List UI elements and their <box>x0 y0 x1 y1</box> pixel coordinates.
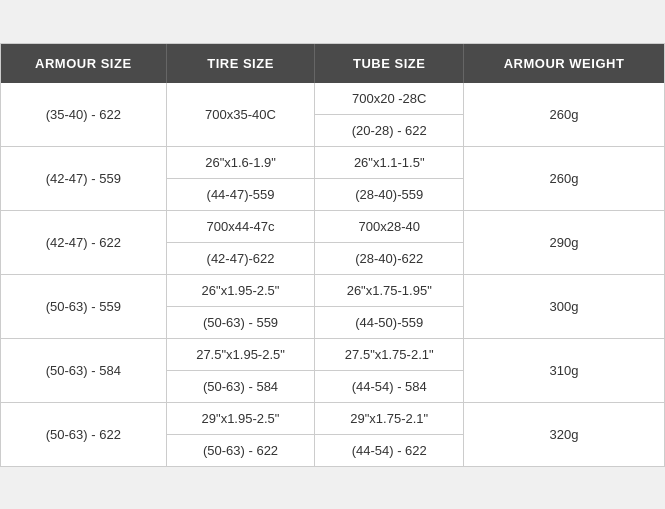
weight-cell: 320g <box>464 402 664 466</box>
tube-size-cell: 29"x1.75-2.1"(44-54) - 622 <box>315 402 464 466</box>
armour-size-cell: (50-63) - 559 <box>1 274 166 338</box>
table-row: (50-63) - 55926"x1.95-2.5"(50-63) - 5592… <box>1 274 664 338</box>
table-row: (42-47) - 55926"x1.6-1.9"(44-47)-55926"x… <box>1 146 664 210</box>
weight-cell: 260g <box>464 83 664 147</box>
header-armour-size: ARMOUR SIZE <box>1 44 166 83</box>
armour-size-cell: (35-40) - 622 <box>1 83 166 147</box>
table-row: (35-40) - 622700x35-40C700x20 -28C(20-28… <box>1 83 664 147</box>
armour-size-cell: (42-47) - 622 <box>1 210 166 274</box>
table-row: (42-47) - 622700x44-47c(42-47)-622700x28… <box>1 210 664 274</box>
tire-size-cell: 700x44-47c(42-47)-622 <box>166 210 315 274</box>
tube-size-cell: 700x20 -28C(20-28) - 622 <box>315 83 464 147</box>
tube-size-cell: 26"x1.1-1.5"(28-40)-559 <box>315 146 464 210</box>
armour-size-cell: (50-63) - 622 <box>1 402 166 466</box>
tire-size-cell: 26"x1.95-2.5"(50-63) - 559 <box>166 274 315 338</box>
tube-size-cell: 700x28-40(28-40)-622 <box>315 210 464 274</box>
weight-cell: 260g <box>464 146 664 210</box>
armour-size-table: ARMOUR SIZE TIRE SIZE TUBE SIZE ARMOUR W… <box>1 44 664 466</box>
armour-size-cell: (42-47) - 559 <box>1 146 166 210</box>
header-tire-size: TIRE SIZE <box>166 44 315 83</box>
table-header-row: ARMOUR SIZE TIRE SIZE TUBE SIZE ARMOUR W… <box>1 44 664 83</box>
header-armour-weight: ARMOUR WEIGHT <box>464 44 664 83</box>
armour-size-cell: (50-63) - 584 <box>1 338 166 402</box>
tire-size-cell: 27.5"x1.95-2.5"(50-63) - 584 <box>166 338 315 402</box>
tube-size-cell: 26"x1.75-1.95"(44-50)-559 <box>315 274 464 338</box>
table-row: (50-63) - 58427.5"x1.95-2.5"(50-63) - 58… <box>1 338 664 402</box>
weight-cell: 310g <box>464 338 664 402</box>
tire-size-cell: 26"x1.6-1.9"(44-47)-559 <box>166 146 315 210</box>
tube-size-cell: 27.5"x1.75-2.1"(44-54) - 584 <box>315 338 464 402</box>
weight-cell: 290g <box>464 210 664 274</box>
weight-cell: 300g <box>464 274 664 338</box>
table-container: ARMOUR SIZE TIRE SIZE TUBE SIZE ARMOUR W… <box>0 43 665 467</box>
header-tube-size: TUBE SIZE <box>315 44 464 83</box>
table-row: (50-63) - 62229"x1.95-2.5"(50-63) - 6222… <box>1 402 664 466</box>
tire-size-cell: 700x35-40C <box>166 83 315 147</box>
tire-size-cell: 29"x1.95-2.5"(50-63) - 622 <box>166 402 315 466</box>
